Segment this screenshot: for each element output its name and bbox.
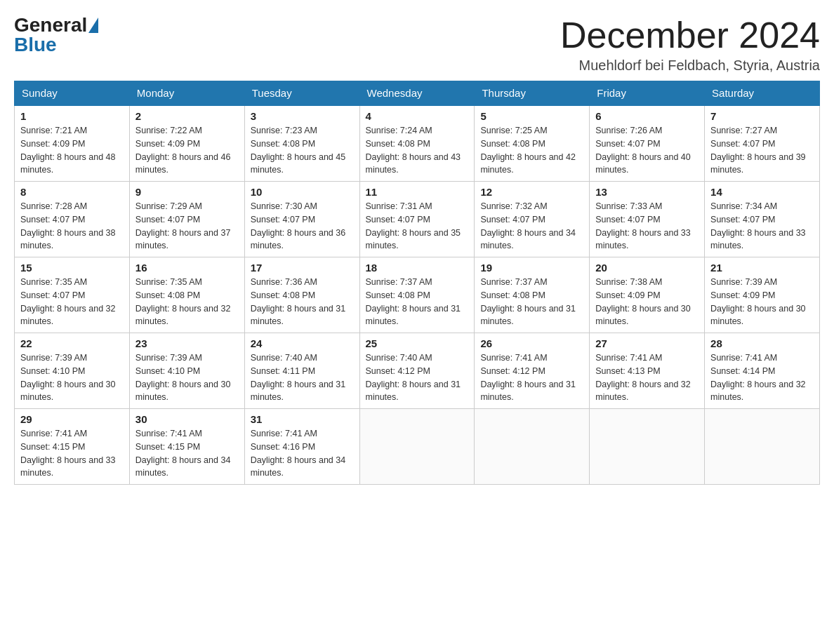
calendar-day-cell: 7Sunrise: 7:27 AMSunset: 4:07 PMDaylight…	[705, 105, 820, 182]
weekday-header-row: SundayMondayTuesdayWednesdayThursdayFrid…	[15, 81, 820, 106]
day-info: Sunrise: 7:34 AMSunset: 4:07 PMDaylight:…	[710, 200, 814, 253]
day-number: 2	[135, 110, 239, 122]
day-number: 14	[710, 186, 814, 198]
calendar-day-cell	[705, 409, 820, 485]
logo-blue-text: Blue	[14, 34, 57, 55]
logo-triangle-icon	[88, 18, 98, 33]
day-info: Sunrise: 7:23 AMSunset: 4:08 PMDaylight:…	[251, 124, 354, 177]
day-info: Sunrise: 7:30 AMSunset: 4:07 PMDaylight:…	[251, 200, 354, 253]
calendar-week-row: 8Sunrise: 7:28 AMSunset: 4:07 PMDaylight…	[15, 182, 820, 257]
day-info: Sunrise: 7:41 AMSunset: 4:14 PMDaylight:…	[710, 351, 814, 404]
day-number: 12	[480, 186, 583, 198]
calendar-day-cell	[475, 409, 590, 485]
page-header: General Blue December 2024 Muehldorf bei…	[14, 14, 820, 74]
day-number: 24	[251, 337, 354, 349]
calendar-day-cell: 29Sunrise: 7:41 AMSunset: 4:15 PMDayligh…	[15, 409, 130, 485]
day-info: Sunrise: 7:28 AMSunset: 4:07 PMDaylight:…	[20, 200, 124, 253]
day-number: 23	[135, 337, 239, 349]
calendar-week-row: 1Sunrise: 7:21 AMSunset: 4:09 PMDaylight…	[15, 105, 820, 182]
day-number: 6	[595, 110, 699, 122]
day-info: Sunrise: 7:26 AMSunset: 4:07 PMDaylight:…	[595, 124, 699, 177]
day-number: 1	[20, 110, 124, 122]
day-info: Sunrise: 7:41 AMSunset: 4:13 PMDaylight:…	[595, 351, 699, 404]
weekday-header-monday: Monday	[129, 81, 244, 106]
calendar-day-cell: 17Sunrise: 7:36 AMSunset: 4:08 PMDayligh…	[244, 257, 359, 333]
day-info: Sunrise: 7:38 AMSunset: 4:09 PMDaylight:…	[595, 276, 699, 328]
day-number: 16	[135, 262, 239, 274]
day-number: 15	[20, 262, 124, 274]
day-info: Sunrise: 7:37 AMSunset: 4:08 PMDaylight:…	[366, 276, 469, 328]
day-info: Sunrise: 7:25 AMSunset: 4:08 PMDaylight:…	[480, 124, 583, 177]
day-info: Sunrise: 7:22 AMSunset: 4:09 PMDaylight:…	[135, 124, 239, 177]
day-info: Sunrise: 7:40 AMSunset: 4:12 PMDaylight:…	[366, 351, 469, 404]
day-info: Sunrise: 7:35 AMSunset: 4:08 PMDaylight:…	[135, 276, 239, 328]
day-info: Sunrise: 7:40 AMSunset: 4:11 PMDaylight:…	[251, 351, 354, 404]
day-info: Sunrise: 7:29 AMSunset: 4:07 PMDaylight:…	[135, 200, 239, 253]
calendar-day-cell: 4Sunrise: 7:24 AMSunset: 4:08 PMDaylight…	[359, 105, 475, 182]
day-info: Sunrise: 7:37 AMSunset: 4:08 PMDaylight:…	[480, 276, 583, 328]
logo: General Blue	[14, 14, 98, 56]
calendar-day-cell: 14Sunrise: 7:34 AMSunset: 4:07 PMDayligh…	[705, 182, 820, 257]
day-info: Sunrise: 7:31 AMSunset: 4:07 PMDaylight:…	[366, 200, 469, 253]
calendar-day-cell: 28Sunrise: 7:41 AMSunset: 4:14 PMDayligh…	[705, 333, 820, 409]
day-number: 4	[366, 110, 469, 122]
title-block: December 2024 Muehldorf bei Feldbach, St…	[560, 14, 820, 74]
day-info: Sunrise: 7:39 AMSunset: 4:10 PMDaylight:…	[135, 351, 239, 404]
calendar-day-cell: 19Sunrise: 7:37 AMSunset: 4:08 PMDayligh…	[475, 257, 590, 333]
day-number: 9	[135, 186, 239, 198]
calendar-day-cell: 30Sunrise: 7:41 AMSunset: 4:15 PMDayligh…	[129, 409, 244, 485]
calendar-day-cell: 13Sunrise: 7:33 AMSunset: 4:07 PMDayligh…	[590, 182, 705, 257]
calendar-week-row: 15Sunrise: 7:35 AMSunset: 4:07 PMDayligh…	[15, 257, 820, 333]
calendar-day-cell: 25Sunrise: 7:40 AMSunset: 4:12 PMDayligh…	[359, 333, 475, 409]
day-info: Sunrise: 7:41 AMSunset: 4:15 PMDaylight:…	[20, 427, 124, 480]
day-number: 30	[135, 413, 239, 425]
calendar-day-cell: 18Sunrise: 7:37 AMSunset: 4:08 PMDayligh…	[359, 257, 475, 333]
weekday-header-tuesday: Tuesday	[244, 81, 359, 106]
day-info: Sunrise: 7:39 AMSunset: 4:09 PMDaylight:…	[710, 276, 814, 328]
calendar-day-cell	[590, 409, 705, 485]
weekday-header-saturday: Saturday	[705, 81, 820, 106]
day-number: 10	[251, 186, 354, 198]
calendar-day-cell: 2Sunrise: 7:22 AMSunset: 4:09 PMDaylight…	[129, 105, 244, 182]
day-number: 17	[251, 262, 354, 274]
day-number: 31	[251, 413, 354, 425]
calendar-day-cell: 21Sunrise: 7:39 AMSunset: 4:09 PMDayligh…	[705, 257, 820, 333]
calendar-day-cell: 16Sunrise: 7:35 AMSunset: 4:08 PMDayligh…	[129, 257, 244, 333]
weekday-header-wednesday: Wednesday	[359, 81, 475, 106]
calendar-table: SundayMondayTuesdayWednesdayThursdayFrid…	[14, 81, 820, 485]
day-number: 21	[710, 262, 814, 274]
month-title: December 2024	[560, 14, 820, 56]
day-number: 19	[480, 262, 583, 274]
day-number: 18	[366, 262, 469, 274]
day-info: Sunrise: 7:41 AMSunset: 4:16 PMDaylight:…	[251, 427, 354, 480]
day-number: 13	[595, 186, 699, 198]
day-info: Sunrise: 7:27 AMSunset: 4:07 PMDaylight:…	[710, 124, 814, 177]
weekday-header-sunday: Sunday	[15, 81, 130, 106]
day-info: Sunrise: 7:35 AMSunset: 4:07 PMDaylight:…	[20, 276, 124, 328]
day-number: 5	[480, 110, 583, 122]
calendar-day-cell: 26Sunrise: 7:41 AMSunset: 4:12 PMDayligh…	[475, 333, 590, 409]
day-number: 20	[595, 262, 699, 274]
day-info: Sunrise: 7:41 AMSunset: 4:15 PMDaylight:…	[135, 427, 239, 480]
day-number: 22	[20, 337, 124, 349]
calendar-day-cell: 24Sunrise: 7:40 AMSunset: 4:11 PMDayligh…	[244, 333, 359, 409]
calendar-day-cell: 3Sunrise: 7:23 AMSunset: 4:08 PMDaylight…	[244, 105, 359, 182]
calendar-day-cell	[359, 409, 475, 485]
calendar-week-row: 22Sunrise: 7:39 AMSunset: 4:10 PMDayligh…	[15, 333, 820, 409]
day-info: Sunrise: 7:41 AMSunset: 4:12 PMDaylight:…	[480, 351, 583, 404]
calendar-week-row: 29Sunrise: 7:41 AMSunset: 4:15 PMDayligh…	[15, 409, 820, 485]
day-number: 26	[480, 337, 583, 349]
calendar-day-cell: 31Sunrise: 7:41 AMSunset: 4:16 PMDayligh…	[244, 409, 359, 485]
calendar-day-cell: 20Sunrise: 7:38 AMSunset: 4:09 PMDayligh…	[590, 257, 705, 333]
day-info: Sunrise: 7:39 AMSunset: 4:10 PMDaylight:…	[20, 351, 124, 404]
calendar-day-cell: 27Sunrise: 7:41 AMSunset: 4:13 PMDayligh…	[590, 333, 705, 409]
day-number: 7	[710, 110, 814, 122]
day-number: 25	[366, 337, 469, 349]
day-info: Sunrise: 7:24 AMSunset: 4:08 PMDaylight:…	[366, 124, 469, 177]
day-info: Sunrise: 7:33 AMSunset: 4:07 PMDaylight:…	[595, 200, 699, 253]
calendar-day-cell: 9Sunrise: 7:29 AMSunset: 4:07 PMDaylight…	[129, 182, 244, 257]
day-number: 29	[20, 413, 124, 425]
day-info: Sunrise: 7:32 AMSunset: 4:07 PMDaylight:…	[480, 200, 583, 253]
day-number: 27	[595, 337, 699, 349]
calendar-day-cell: 22Sunrise: 7:39 AMSunset: 4:10 PMDayligh…	[15, 333, 130, 409]
